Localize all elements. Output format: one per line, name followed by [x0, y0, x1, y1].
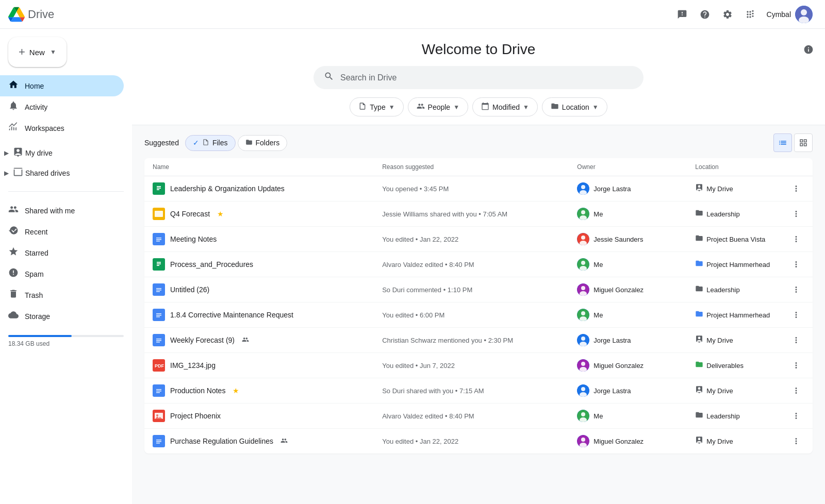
location-cell[interactable]: Deliverables — [687, 353, 780, 378]
more-actions-cell — [780, 404, 813, 429]
location-cell[interactable]: Leadership — [687, 404, 780, 429]
more-options-button[interactable] — [788, 256, 804, 273]
more-options-button[interactable] — [788, 180, 804, 197]
svg-point-39 — [581, 387, 585, 391]
sidebar-item-activity[interactable]: Activity — [0, 96, 124, 117]
location-cell[interactable]: Project Hammerhead — [687, 252, 780, 277]
sidebar-item-home[interactable]: Home — [0, 75, 124, 96]
more-options-button[interactable] — [788, 433, 804, 449]
filter-modified[interactable]: Modified ▼ — [472, 97, 538, 116]
view-switch — [773, 133, 813, 152]
location-type-icon — [695, 436, 703, 446]
more-options-button[interactable] — [788, 231, 804, 247]
svg-text:PDF: PDF — [155, 363, 164, 368]
more-options-button[interactable] — [788, 206, 804, 222]
more-actions-cell — [780, 176, 813, 201]
sidebar-item-spam[interactable]: Spam — [0, 263, 124, 284]
location-cell[interactable]: Project Buena Vista — [687, 227, 780, 252]
files-table: Name Reason suggested Owner Location Lea… — [144, 158, 813, 453]
help-button[interactable] — [695, 4, 715, 25]
storage-icon — [8, 310, 19, 323]
sidebar-item-recent[interactable]: Recent — [0, 221, 124, 242]
more-options-button[interactable] — [788, 307, 804, 323]
sidebar-item-shared-with-me[interactable]: Shared with me — [0, 200, 124, 221]
list-view-button[interactable] — [773, 133, 792, 152]
file-name-cell[interactable]: Meeting Notes — [144, 227, 374, 252]
location-cell[interactable]: My Drive — [687, 176, 780, 201]
layout: + New ▼ Home Activity Workspaces ▶ — [0, 0, 825, 504]
file-name-cell[interactable]: Production Notes ★ — [144, 378, 374, 404]
more-options-button[interactable] — [788, 408, 804, 424]
sidebar-divider-1 — [8, 191, 124, 192]
location-cell[interactable]: Project Hammerhead — [687, 303, 780, 328]
location-cell[interactable]: Leadership — [687, 277, 780, 303]
sidebar-item-storage[interactable]: Storage — [0, 306, 124, 327]
location-cell[interactable]: My Drive — [687, 429, 780, 454]
col-reason: Reason suggested — [374, 158, 569, 176]
file-name-cell[interactable]: Weekly Forecast (9) — [144, 328, 374, 353]
svg-point-43 — [156, 414, 158, 416]
apps-button[interactable] — [740, 4, 761, 25]
welcome-section: Welcome to Drive Search in Drive Type ▼ — [132, 29, 825, 125]
home-icon — [8, 79, 19, 92]
filter-location[interactable]: Location ▼ — [542, 97, 607, 116]
file-name-cell[interactable]: Process_and_Procedures — [144, 252, 374, 277]
grid-view-button[interactable] — [794, 133, 813, 152]
activity-icon — [8, 100, 19, 113]
owner-cell: Jorge Lastra — [569, 176, 687, 201]
account-button[interactable]: Cymbal — [763, 6, 817, 23]
reason-cell: You edited • Jun 7, 2022 — [374, 353, 569, 378]
location-cell[interactable]: My Drive — [687, 378, 780, 404]
feedback-button[interactable] — [672, 4, 692, 25]
file-name-cell[interactable]: Leadership & Organization Updates — [144, 176, 374, 201]
sidebar-item-my-drive[interactable]: ▶ My drive — [0, 143, 124, 163]
file-name-cell[interactable]: Purchase Regulation Guidelines — [144, 429, 374, 454]
workspaces-icon — [8, 122, 19, 135]
owner-cell: Jorge Lastra — [569, 378, 687, 404]
modified-arrow: ▼ — [523, 104, 529, 111]
search-bar[interactable]: Search in Drive — [314, 66, 644, 89]
app-logo[interactable]: Drive — [8, 6, 54, 23]
svg-point-5 — [581, 185, 585, 189]
file-name-cell[interactable]: PDF IMG_1234.jpg — [144, 353, 374, 378]
more-options-button[interactable] — [788, 382, 804, 399]
filter-people[interactable]: People ▼ — [408, 97, 468, 116]
owner-name: Me — [593, 311, 603, 319]
location-cell[interactable]: Leadership — [687, 201, 780, 227]
sidebar-item-shared-drives[interactable]: ▶ Shared drives — [0, 163, 124, 183]
file-name: IMG_1234.jpg — [170, 361, 216, 369]
my-drive-icon — [13, 147, 23, 159]
star-icon: ★ — [217, 210, 224, 218]
tab-folders[interactable]: Folders — [238, 135, 288, 151]
file-name-cell[interactable]: Project Phoenix — [144, 404, 374, 429]
filter-type[interactable]: Type ▼ — [350, 97, 403, 116]
owner-avatar — [577, 208, 589, 220]
more-options-button[interactable] — [788, 357, 804, 374]
file-name-cell[interactable]: 1.8.4 Corrective Maintenance Request — [144, 303, 374, 328]
file-name-cell[interactable]: Untitled (26) — [144, 277, 374, 303]
info-button[interactable] — [800, 41, 817, 58]
shared-drives-icon — [13, 167, 23, 179]
settings-button[interactable] — [717, 4, 738, 25]
owner-cell: Jorge Lastra — [569, 328, 687, 353]
tab-files[interactable]: ✓ Files — [185, 135, 236, 151]
more-options-button[interactable] — [788, 281, 804, 298]
owner-avatar — [577, 384, 589, 397]
file-name: Leadership & Organization Updates — [170, 184, 285, 193]
location-name: Project Hammerhead — [706, 261, 770, 268]
location-icon — [551, 102, 559, 112]
sidebar-item-trash[interactable]: Trash — [0, 284, 124, 306]
trash-icon — [8, 289, 19, 301]
more-options-button[interactable] — [788, 332, 804, 348]
owner-cell: Miguel Gonzalez — [569, 277, 687, 303]
file-name-cell[interactable]: Q4 Forecast ★ — [144, 201, 374, 227]
reason-cell: Alvaro Valdez edited • 8:40 PM — [374, 252, 569, 277]
new-button[interactable]: + New ▼ — [8, 37, 67, 67]
owner-avatar — [577, 182, 589, 195]
storage-label: Storage — [25, 312, 50, 321]
modified-label: Modified — [492, 103, 520, 111]
file-type-icon — [153, 182, 165, 195]
location-cell[interactable]: My Drive — [687, 328, 780, 353]
sidebar-item-workspaces[interactable]: Workspaces — [0, 117, 124, 139]
sidebar-item-starred[interactable]: Starred — [0, 242, 124, 263]
